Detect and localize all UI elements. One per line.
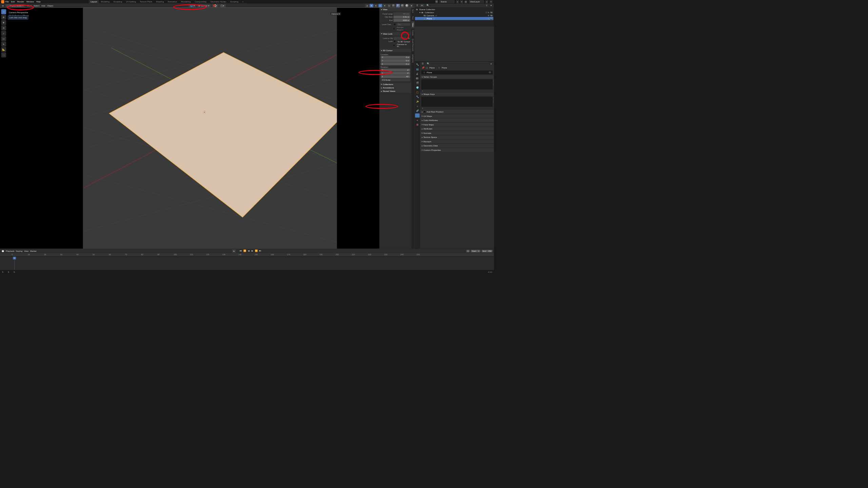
app-logo-icon[interactable] (1, 0, 4, 3)
proptab-tool[interactable]: 🔧 (415, 62, 420, 67)
menu-icon[interactable]: ▸ (422, 107, 423, 109)
section-addrest[interactable]: Add Rest Position (420, 110, 494, 114)
outliner-editor-icon[interactable]: ☰ (416, 4, 419, 7)
proptab-objectdata[interactable]: ▽ (415, 113, 420, 118)
scene-browse-icon[interactable]: 🎬 (435, 0, 438, 3)
section-remesh[interactable]: Remesh (420, 140, 494, 143)
collections-panel-header[interactable]: Collections (379, 82, 411, 86)
section-attributes[interactable]: Attributes (420, 127, 494, 130)
vertexgroups-list[interactable]: +−▸ (421, 79, 492, 89)
proptab-modifier[interactable]: 🔧 (415, 95, 420, 99)
menu-window[interactable]: Window (26, 0, 34, 3)
annotations-panel-header[interactable]: Annotations (379, 86, 411, 89)
current-frame-field[interactable]: 1 (466, 250, 470, 252)
eyedropper-icon[interactable]: ✎ (407, 37, 410, 40)
scene-unlink-icon[interactable]: × (460, 0, 463, 3)
section-uvmaps[interactable]: UV Maps (420, 114, 494, 118)
outliner-search[interactable]: 🔍 (425, 4, 484, 7)
ws-sculpting[interactable]: Sculpting (112, 0, 124, 3)
section-colorattrs[interactable]: Color Attributes (420, 119, 494, 122)
locktoobj-field[interactable]: ⬚ (393, 37, 406, 40)
focal-field[interactable]: 50 mm (393, 12, 410, 15)
proptab-world[interactable]: 🌍 (415, 86, 420, 90)
object-name-field[interactable]: ▽Plane🛡 (421, 70, 492, 74)
clipstart-field[interactable]: 0.01 m (393, 16, 410, 19)
options-dropdown[interactable]: Options▾ (330, 12, 341, 15)
hide-icon[interactable]: 👁 (488, 14, 490, 16)
npanel-tab-item[interactable]: Item (411, 8, 414, 15)
rotmode-dropdown[interactable]: XYZ Euler (381, 79, 410, 82)
hide-icon[interactable]: 👁 (488, 17, 490, 19)
tl-menu-view[interactable]: View (24, 250, 28, 252)
renderregion-checkbox[interactable] (393, 27, 395, 29)
section-vertexgroups[interactable]: Vertex Groups (420, 75, 494, 79)
menu-icon[interactable]: ▸ (422, 89, 423, 92)
3d-viewport[interactable]: ▭ ⊕ ✥ ⟲ ⤢ ⊡ ✎ 📐 ⬚ Camera Perspective (1)… (0, 8, 379, 249)
playhead[interactable]: 1 (15, 257, 15, 270)
outliner-display-dropdown[interactable]: ▾ (420, 4, 424, 7)
shield-icon[interactable]: 🛡 (489, 71, 491, 74)
timeline-editor-icon[interactable]: 🕐 (1, 249, 4, 252)
ws-scripting[interactable]: Scripting (228, 0, 240, 3)
timeline-track[interactable]: 1 (0, 257, 494, 270)
camtoview-checkbox[interactable] (393, 44, 395, 46)
npanel-tab-polygoniq[interactable]: polygoniq (411, 53, 414, 64)
add-icon[interactable]: + (493, 79, 494, 82)
addrest-checkbox[interactable] (423, 110, 426, 113)
tool-annotate[interactable]: ✎ (1, 42, 6, 47)
viewlock-panel-header[interactable]: View Lock (379, 32, 411, 35)
viewlayer-icon[interactable]: 🗂 (465, 0, 468, 3)
tree-plane[interactable]: ▽Plane▽👁📷 (415, 17, 493, 20)
scene-new-icon[interactable]: + (456, 0, 459, 3)
viewlayer-field[interactable]: ViewLayer (469, 0, 484, 3)
cursor-rot-z[interactable]: Z45° (381, 75, 410, 78)
section-geodata[interactable]: Geometry Data (420, 144, 494, 147)
snap-dropdown[interactable]: 🧲▾ (212, 4, 218, 7)
cursor-loc-y[interactable]: Y0 m (381, 59, 410, 62)
vp-menu-add[interactable]: Add (41, 4, 45, 7)
jump-first-icon[interactable]: ⏮ (239, 249, 242, 252)
tool-select-box[interactable]: ▭ (1, 9, 6, 14)
ws-uvediting[interactable]: UV Editing (124, 0, 138, 3)
gizmo-toggle[interactable]: ✥ (370, 4, 373, 7)
editor-type-icon[interactable]: ⊞ (1, 4, 4, 7)
timeline-ruler[interactable]: 0102030405060708090100110120130140150160… (0, 253, 494, 257)
viewlayer-new-icon[interactable]: + (485, 0, 488, 3)
xray-toggle[interactable]: ⊡ (387, 4, 391, 7)
disclosure-icon[interactable]: ▾ (419, 11, 420, 14)
remove-icon[interactable]: − (493, 83, 494, 86)
cursor-loc-x[interactable]: X0 m (381, 56, 410, 59)
ws-animation[interactable]: Animation (166, 0, 179, 3)
localcam-checkbox[interactable] (393, 23, 396, 25)
storedviews-panel-header[interactable]: Stored Views (379, 89, 411, 93)
breadcrumb-obj[interactable]: Plane (429, 66, 435, 69)
npanel-tab-quadremesh[interactable]: Quad Remesh (411, 37, 414, 53)
outliner-newcol-icon[interactable]: ▾ (490, 4, 493, 7)
tool-addcube[interactable]: ⬚ (1, 53, 6, 58)
localcam-field[interactable]: Ca... (397, 23, 410, 26)
tree-collection[interactable]: ▾🗀Collection☑👁📷 (415, 11, 493, 14)
hide-icon[interactable]: 👁 (488, 11, 490, 13)
tool-rotate[interactable]: ⟲ (1, 25, 6, 30)
overlay-toggle[interactable]: ⊙ (378, 4, 382, 7)
proptab-material[interactable]: ● (415, 118, 420, 122)
ws-geonodes[interactable]: Geometry Nodes (208, 0, 228, 3)
tool-move[interactable]: ✥ (1, 20, 6, 25)
gizmo-dropdown[interactable]: ▾ (374, 4, 378, 7)
npanel-tab-view[interactable]: View (411, 21, 414, 28)
section-customprops[interactable]: Custom Properties (420, 148, 494, 151)
tool-cursor[interactable]: ⊕ (1, 15, 6, 20)
play-icon[interactable]: ▶ (251, 249, 254, 252)
properties-search[interactable]: 🔍 (426, 62, 488, 65)
menu-help[interactable]: Help (36, 0, 41, 3)
proptab-physics[interactable]: ⚛ (415, 104, 420, 108)
disable-icon[interactable]: 📷 (490, 14, 493, 16)
start-frame-field[interactable]: Start 1 (471, 250, 480, 252)
proptab-viewlayer[interactable]: 🖼 (415, 76, 420, 81)
viewlayer-remove-icon[interactable]: × (490, 0, 493, 3)
properties-options-icon[interactable]: ≡ (490, 62, 493, 65)
cursor-loc-z[interactable]: Z0 m (381, 62, 410, 65)
remove-icon[interactable]: − (493, 100, 494, 103)
ws-texturepaint[interactable]: Texture Paint (138, 0, 154, 3)
ws-layout[interactable]: Layout (89, 0, 99, 3)
